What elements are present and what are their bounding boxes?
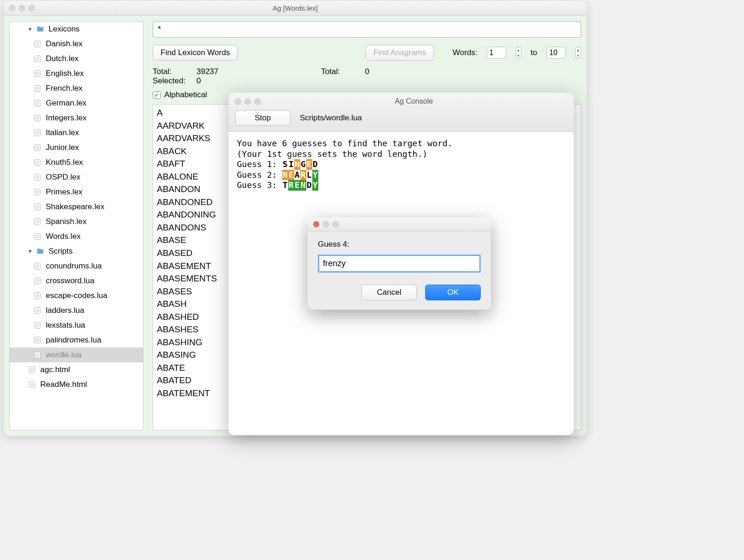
stop-button[interactable]: Stop	[235, 110, 291, 126]
zoom-icon[interactable]	[333, 221, 339, 227]
svg-rect-65	[35, 233, 40, 240]
window-title: Ag [Words.lex]	[9, 4, 581, 12]
tree-item[interactable]: crossword.lua	[10, 274, 143, 288]
console-title: Ag Console	[260, 97, 567, 106]
words-from-stepper[interactable]: ▴▾	[515, 47, 521, 59]
svg-rect-55	[35, 204, 40, 210]
console-traffic-lights	[235, 99, 260, 105]
tree-item[interactable]: escape-codes.lua	[10, 288, 143, 303]
tree-item-label: ReadMe.html	[40, 380, 87, 389]
tree-item-label: French.lex	[46, 84, 82, 93]
chevron-down-icon[interactable]: ▼	[27, 26, 33, 32]
tree-item[interactable]: Italian.lex	[10, 125, 143, 140]
chevron-down-icon[interactable]: ▼	[27, 248, 33, 255]
alphabetical-checkbox[interactable]: ✓	[153, 91, 161, 99]
tree-item[interactable]: French.lex	[10, 81, 143, 96]
zoom-icon[interactable]	[29, 5, 35, 11]
tree-item[interactable]: conundrums.lua	[10, 259, 143, 274]
tree-item[interactable]: agc.html	[10, 362, 143, 377]
svg-rect-30	[35, 130, 40, 136]
folder-icon	[36, 247, 45, 256]
cancel-button[interactable]: Cancel	[361, 285, 417, 300]
minimize-icon[interactable]	[19, 5, 25, 11]
tree-item-label: Integers.lex	[46, 113, 87, 123]
dialog-titlebar[interactable]	[308, 218, 491, 231]
tree-item[interactable]: Knuth5.lex	[10, 155, 143, 170]
file-icon	[33, 261, 42, 271]
guess-letter: I	[288, 159, 294, 170]
words-from-input[interactable]	[487, 47, 506, 59]
tree-item[interactable]: ladders.lua	[10, 303, 143, 318]
tree-item[interactable]: Danish.lex	[10, 37, 143, 51]
file-icon	[33, 350, 42, 360]
search-pattern-input[interactable]: *	[153, 21, 581, 37]
zoom-icon[interactable]	[254, 99, 260, 105]
tree-item[interactable]: Integers.lex	[10, 111, 143, 125]
folder-label: Lexicons	[49, 25, 80, 34]
console-line: (Your 1st guess sets the word length.)	[237, 149, 565, 160]
total-label: Total:	[153, 67, 194, 76]
svg-rect-35	[35, 144, 40, 151]
tree-folder[interactable]: ▼Scripts	[10, 244, 143, 259]
minimize-icon[interactable]	[245, 99, 251, 105]
tree-item[interactable]: Shakespeare.lex	[10, 199, 143, 214]
tree-item[interactable]: ReadMe.html	[10, 377, 143, 392]
guess-letter: N	[300, 180, 306, 191]
tree-item[interactable]: Primes.lex	[10, 185, 143, 199]
file-icon	[33, 99, 42, 108]
console-line: You have 6 guesses to find the target wo…	[237, 138, 565, 149]
anagram-total-value: 0	[365, 67, 369, 76]
tree-item[interactable]: wordle.lua	[10, 348, 143, 362]
tree-item[interactable]: palindromes.lua	[10, 333, 143, 348]
svg-rect-45	[35, 174, 40, 180]
file-icon	[33, 187, 42, 197]
svg-rect-90	[35, 322, 40, 329]
guess-letter: D	[312, 159, 318, 170]
folder-icon	[36, 25, 45, 34]
svg-rect-50	[35, 189, 40, 195]
close-icon[interactable]	[235, 99, 241, 105]
find-anagrams-button[interactable]: Find Anagrams	[366, 45, 434, 61]
tree-folder[interactable]: ▼Lexicons	[10, 22, 143, 37]
words-to-stepper[interactable]: ▴▾	[575, 47, 581, 59]
main-titlebar[interactable]: Ag [Words.lex]	[4, 1, 587, 16]
svg-rect-95	[35, 337, 40, 343]
close-icon[interactable]	[313, 221, 319, 227]
guess-letter: E	[288, 170, 294, 180]
tree-item[interactable]: Junior.lex	[10, 140, 143, 155]
ok-button[interactable]: OK	[425, 285, 481, 300]
total-value: 39237	[197, 67, 218, 76]
tree-item[interactable]: Spanish.lex	[10, 214, 143, 229]
tree-item-label: Shakespeare.lex	[46, 202, 105, 212]
svg-rect-5	[35, 56, 40, 62]
traffic-lights	[9, 5, 35, 11]
tree-item[interactable]: English.lex	[10, 66, 143, 81]
tree-item-label: wordle.lua	[46, 350, 82, 360]
dialog-traffic-lights	[313, 221, 339, 227]
tree-item[interactable]: Dutch.lex	[10, 51, 143, 66]
console-output[interactable]: You have 6 guesses to find the target wo…	[229, 132, 574, 197]
guess-input[interactable]	[318, 255, 481, 273]
tree-item-label: Spanish.lex	[46, 217, 87, 226]
tree-item[interactable]: Words.lex	[10, 229, 143, 244]
file-icon	[33, 276, 42, 286]
selected-value: 0	[197, 76, 201, 85]
anagram-total-label: Total:	[321, 67, 363, 76]
tree-item[interactable]: German.lex	[10, 96, 143, 111]
svg-rect-100	[35, 352, 40, 358]
tree-item-label: lexstats.lua	[46, 321, 85, 330]
tree-item-label: OSPD.lex	[46, 173, 81, 182]
minimize-icon[interactable]	[323, 221, 329, 227]
close-icon[interactable]	[9, 5, 15, 11]
tree-item-label: Knuth5.lex	[46, 158, 83, 167]
tree-item-label: German.lex	[46, 99, 87, 108]
file-icon	[33, 336, 42, 345]
guess-letter: E	[294, 180, 300, 191]
find-lexicon-button[interactable]: Find Lexicon Words	[153, 45, 238, 61]
words-to-input[interactable]	[546, 47, 566, 59]
tree-item[interactable]: lexstats.lua	[10, 318, 143, 333]
sidebar-tree[interactable]: ▼LexiconsDanish.lexDutch.lexEnglish.lexF…	[9, 21, 143, 430]
tree-item[interactable]: OSPD.lex	[10, 170, 143, 185]
tree-item-label: Junior.lex	[46, 143, 79, 152]
tree-item-label: ladders.lua	[46, 306, 84, 315]
